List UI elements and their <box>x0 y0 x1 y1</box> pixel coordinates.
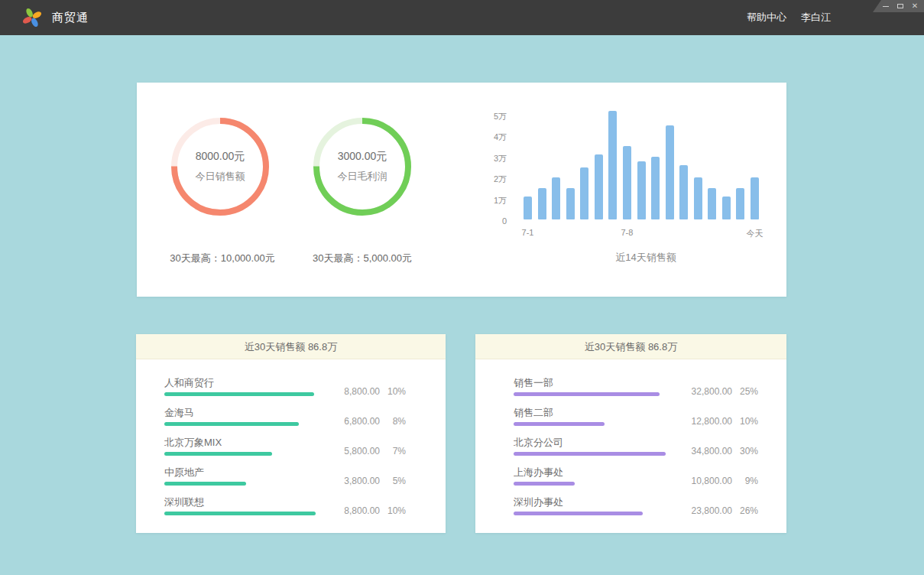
department-ranking-list: 销售一部32,800.0025%销售二部12,800.0010%北京分公司34,… <box>514 359 758 516</box>
ranking-item-bar <box>514 512 643 515</box>
today-profit-gauge: 3000.00元 今日毛利润 <box>310 115 414 219</box>
customer-ranking-card: 近30天销售额 86.8万 人和商贸行8,800.0010%金海马6,800.0… <box>136 334 446 533</box>
ranking-item-value: 32,800.0025% <box>692 386 758 397</box>
ranking-item-value: 3,800.005% <box>344 476 406 486</box>
sales-bar <box>608 111 617 219</box>
ranking-item-percent: 26% <box>732 505 758 516</box>
ranking-item-amount: 8,800.00 <box>344 505 380 516</box>
app-title: 商贸通 <box>52 0 89 35</box>
ranking-item-percent: 25% <box>732 386 758 397</box>
ranking-item-bar <box>164 392 314 396</box>
sales-bar <box>538 188 546 219</box>
x-tick-label: 今天 <box>747 228 764 239</box>
today-profit-value: 3000.00元 <box>338 150 387 164</box>
ranking-item-bar <box>164 422 299 426</box>
ranking-item-bar <box>514 422 605 426</box>
sales-bar <box>708 188 716 219</box>
maximize-icon[interactable] <box>896 2 904 10</box>
ranking-item-amount: 12,800.00 <box>692 416 732 427</box>
ranking-item-bar <box>514 392 660 396</box>
customer-ranking-title: 近30天销售额 86.8万 <box>136 334 446 359</box>
ranking-item-value: 8,800.0010% <box>344 505 406 516</box>
sales-bar <box>637 161 646 219</box>
ranking-item-value: 8,800.0010% <box>344 386 406 397</box>
sales-bar <box>694 177 702 219</box>
window-controls: ✕ <box>873 0 924 12</box>
sales-bar <box>580 167 588 219</box>
ranking-item-amount: 5,800.00 <box>344 446 380 456</box>
ranking-item-value: 34,800.0030% <box>692 446 758 456</box>
sales-bar <box>651 157 660 219</box>
sales-bar <box>751 177 759 219</box>
today-profit-label: 今日毛利润 <box>338 170 387 184</box>
ranking-item-percent: 10% <box>380 505 406 516</box>
sales-bar <box>679 165 688 219</box>
ranking-row: 人和商贸行8,800.0010% <box>164 377 406 397</box>
profit-30day-max: 30天最高：5,000.00元 <box>278 252 446 265</box>
ranking-item-percent: 30% <box>732 446 758 456</box>
ranking-row: 北京万象MIX5,800.007% <box>164 437 406 456</box>
ranking-item-amount: 6,800.00 <box>344 416 380 427</box>
ranking-item-value: 23,800.0026% <box>692 505 758 516</box>
ranking-item-amount: 10,800.00 <box>692 476 732 486</box>
y-tick-label: 0 <box>461 216 507 226</box>
today-sales-gauge: 8000.00元 今日销售额 <box>168 115 272 219</box>
ranking-item-amount: 32,800.00 <box>692 386 732 397</box>
ranking-item-percent: 5% <box>380 476 406 486</box>
chart-title: 近14天销售额 <box>524 251 768 265</box>
sales-bar <box>566 188 575 219</box>
sales-bar <box>524 197 532 219</box>
ranking-item-percent: 7% <box>380 446 406 456</box>
ranking-row: 销售一部32,800.0025% <box>514 377 758 397</box>
ranking-item-amount: 8,800.00 <box>344 386 380 397</box>
close-icon[interactable]: ✕ <box>911 2 919 10</box>
y-tick-label: 4万 <box>461 132 507 142</box>
overview-card: 8000.00元 今日销售额 3000.00元 今日毛利润 30天最高：10,0… <box>137 83 786 297</box>
x-tick-label: 7-8 <box>621 228 633 237</box>
sales-bar <box>552 177 560 219</box>
ranking-item-bar <box>164 452 272 456</box>
sales-bar-chart <box>524 111 759 219</box>
ranking-item-percent: 10% <box>380 386 406 397</box>
pinwheel-logo-icon <box>21 7 43 28</box>
ranking-item-amount: 3,800.00 <box>344 476 380 486</box>
ranking-item-value: 6,800.008% <box>344 416 406 427</box>
help-center-link[interactable]: 帮助中心 <box>747 0 786 35</box>
ranking-item-value: 10,800.009% <box>692 476 758 486</box>
today-sales-label: 今日销售额 <box>196 170 245 184</box>
ranking-row: 北京分公司34,800.0030% <box>514 437 758 456</box>
y-tick-label: 5万 <box>461 111 507 122</box>
department-ranking-card: 近30天销售额 86.8万 销售一部32,800.0025%销售二部12,800… <box>475 334 786 533</box>
customer-ranking-list: 人和商贸行8,800.0010%金海马6,800.008%北京万象MIX5,80… <box>164 359 406 516</box>
ranking-row: 销售二部12,800.0010% <box>514 407 758 427</box>
ranking-row: 深圳联想8,800.0010% <box>164 496 406 516</box>
ranking-row: 深圳办事处23,800.0026% <box>514 496 758 516</box>
sales-bar <box>595 154 603 219</box>
y-tick-label: 2万 <box>461 174 507 184</box>
y-tick-label: 1万 <box>461 195 507 206</box>
titlebar: 商贸通 帮助中心 李白江 ✕ <box>0 0 924 35</box>
ranking-item-bar <box>514 452 666 456</box>
sales-bar <box>623 146 631 219</box>
ranking-row: 上海办事处10,800.009% <box>514 466 758 486</box>
ranking-item-value: 5,800.007% <box>344 446 406 456</box>
ranking-item-bar <box>164 512 316 515</box>
x-tick-label: 7-1 <box>522 228 534 237</box>
ranking-row: 金海马6,800.008% <box>164 407 406 427</box>
ranking-item-amount: 34,800.00 <box>692 446 732 456</box>
today-sales-value: 8000.00元 <box>196 150 245 164</box>
y-tick-label: 3万 <box>461 153 507 164</box>
sales-bar <box>736 188 744 219</box>
ranking-item-percent: 10% <box>732 416 758 427</box>
minimize-icon[interactable] <box>882 2 890 10</box>
ranking-item-percent: 9% <box>732 476 758 486</box>
department-ranking-title: 近30天销售额 86.8万 <box>475 334 786 359</box>
ranking-item-amount: 23,800.00 <box>692 505 732 516</box>
ranking-item-percent: 8% <box>380 416 406 427</box>
ranking-item-bar <box>514 482 575 486</box>
user-name-link[interactable]: 李白江 <box>801 0 831 35</box>
ranking-item-value: 12,800.0010% <box>692 416 758 427</box>
ranking-item-bar <box>164 482 246 486</box>
sales-bar <box>666 125 674 219</box>
sales-bar <box>722 197 731 219</box>
